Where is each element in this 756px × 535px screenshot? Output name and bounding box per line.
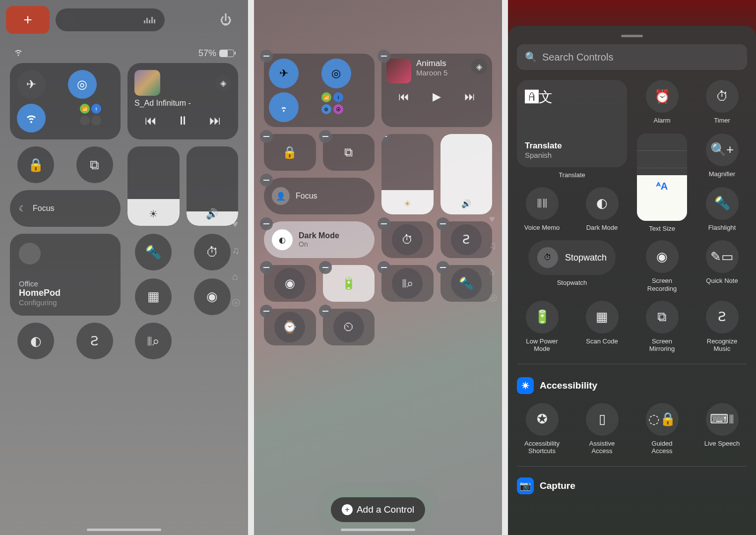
home-indicator[interactable] — [87, 529, 161, 531]
mirroring-icon: ⧉ — [646, 301, 679, 334]
quick-note-icon: ✎▭ — [706, 240, 739, 273]
forward-icon[interactable]: ⏭ — [464, 90, 475, 103]
text-size-control[interactable]: ᴬA — [637, 134, 687, 221]
island-artwork — [62, 12, 76, 27]
sound-recog-edit[interactable]: ⦀⌕ — [381, 265, 434, 302]
mirroring-edit[interactable]: ⧉ — [323, 134, 375, 171]
power-icon[interactable]: ⏻ — [220, 13, 232, 27]
flashlight-icon[interactable]: 🔦 — [135, 234, 172, 270]
media-tile[interactable]: ◈ S_Ad Infinitum - ⏮ ⏸ ⏭ — [127, 63, 238, 139]
low-power-edit[interactable]: 🔋 — [323, 265, 375, 302]
dark-mode-edit[interactable]: ◐ Dark Mode On — [264, 221, 375, 258]
translate-icon: 🅰︎文 — [525, 88, 619, 107]
timer-edit[interactable]: ⏱ — [381, 221, 434, 258]
qr-scan-icon[interactable]: ▦ — [135, 278, 172, 315]
screen-record-icon[interactable]: ◉ — [194, 278, 231, 315]
controls-sheet: 🔍 Search Controls 🅰︎文 Translate Spanish … — [508, 26, 756, 535]
brightness-slider[interactable]: ☀︎ — [127, 146, 180, 226]
home-indicator[interactable] — [341, 529, 415, 531]
screen-mirroring-icon[interactable]: ⧉ — [76, 146, 113, 183]
dark-mode-control[interactable]: ◐Dark Mode — [577, 187, 627, 233]
dark-mode-icon: ◐ — [586, 187, 619, 220]
rewind-icon[interactable]: ⏮ — [145, 114, 157, 128]
brightness-edit[interactable]: ☀︎ — [381, 134, 434, 214]
pause-icon[interactable]: ⏸ — [177, 114, 189, 128]
connectivity-edit-tile[interactable]: ✈︎ ◎ 📶ᚼ ⚙⦿ — [264, 54, 375, 127]
accessibility-shortcuts-control[interactable]: ✪Accessibility Shortcuts — [517, 403, 567, 455]
rewind-icon[interactable]: ⏮ — [398, 90, 409, 103]
radio-icon: ⦾ — [232, 297, 240, 309]
cellular-bluetooth-icons[interactable]: 📶 ᚼ — [80, 104, 101, 114]
guided-icon: ◌🔒 — [646, 403, 679, 436]
airplane-icon[interactable]: ✈︎ — [269, 59, 299, 88]
homepod-icon — [19, 243, 41, 265]
divider — [517, 466, 747, 467]
live-speech-control[interactable]: ⌨︎⦀Live Speech — [697, 403, 747, 455]
connectivity-tile[interactable]: ✈︎ ◎ 📶 ᚼ — [10, 63, 121, 139]
alarm-control[interactable]: ⏰Alarm — [637, 80, 687, 126]
dynamic-island[interactable] — [56, 8, 165, 31]
page-indicators[interactable]: ♥♫⌂⦾ — [489, 213, 497, 304]
orientation-lock-edit[interactable]: 🔒 — [264, 134, 316, 171]
airdrop-icon[interactable]: ◎ — [68, 70, 97, 99]
person-icon: 👤 — [272, 187, 290, 205]
low-power-control[interactable]: 🔋Low Power Mode — [517, 301, 567, 353]
shazam-icon[interactable]: Ƨ — [76, 323, 113, 359]
screen-recording-control[interactable]: ◉Screen Recording — [637, 240, 687, 292]
flashlight-control[interactable]: 🔦Flashlight — [697, 187, 747, 233]
add-button[interactable]: + — [6, 6, 50, 34]
wifi-icon[interactable] — [269, 92, 299, 122]
remove-icon[interactable] — [260, 50, 273, 63]
add-control-button[interactable]: + Add a Control — [331, 497, 425, 522]
airplay-icon[interactable]: ◈ — [471, 59, 487, 74]
stopwatch-control[interactable]: ⏱ Stopwatch — [528, 240, 616, 275]
orientation-lock-icon[interactable]: 🔒 — [17, 146, 54, 183]
timer-control[interactable]: ⏱Timer — [697, 80, 747, 126]
quick-note-control[interactable]: ✎▭Quick Note — [697, 240, 747, 292]
volume-slider[interactable]: 🔊 — [187, 146, 239, 226]
sheet-grabber[interactable] — [621, 35, 643, 37]
watch-edit[interactable]: ⌚ — [264, 309, 316, 345]
flashlight-edit[interactable]: 🔦 — [441, 265, 493, 302]
assistive-access-control[interactable]: ▯Assistive Access — [577, 403, 627, 455]
camera-section-icon: 📷 — [517, 477, 534, 494]
panel-controls-gallery: 🔍 Search Controls 🅰︎文 Translate Spanish … — [508, 0, 756, 535]
guided-access-control[interactable]: ◌🔒Guided Access — [637, 403, 687, 455]
page-indicators[interactable]: ♥ ♫ ⌂ ⦾ — [232, 218, 240, 309]
track-title: S_Ad Infinitum - — [134, 99, 231, 108]
magnifier-icon: 🔍+ — [706, 134, 739, 166]
search-input[interactable]: 🔍 Search Controls — [517, 44, 747, 70]
dark-mode-icon[interactable]: ◐ — [17, 323, 54, 359]
screen-mirroring-control[interactable]: ⧉Screen Mirroring — [637, 301, 687, 353]
airdrop-icon[interactable]: ◎ — [321, 59, 351, 88]
moon-icon: ☾ — [19, 204, 26, 213]
accessibility-section-icon: ✴︎ — [517, 377, 534, 394]
voice-memo-control[interactable]: ⦀⦀Voice Memo — [517, 187, 567, 233]
focus-edit[interactable]: 👤 Focus — [264, 178, 375, 214]
airplane-mode-icon[interactable]: ✈︎ — [17, 70, 46, 99]
capture-header: 📷 Capture — [517, 477, 747, 494]
play-icon[interactable]: ▶ — [433, 90, 441, 103]
alarm-edit[interactable]: ⏲ — [323, 309, 375, 345]
airplay-icon[interactable]: ◈ — [215, 75, 231, 91]
volume-edit[interactable]: 🔊 — [441, 134, 493, 214]
recognize-music-control[interactable]: ƧRecognize Music — [697, 301, 747, 353]
magnifier-control[interactable]: 🔍+Magnifier — [697, 134, 747, 179]
homepod-tile[interactable]: Office HomePod Configuring — [10, 234, 121, 316]
translate-card[interactable]: 🅰︎文 Translate Spanish — [517, 80, 627, 167]
dark-mode-icon: ◐ — [272, 229, 293, 250]
scan-code-control[interactable]: ▦Scan Code — [577, 301, 627, 353]
remove-icon[interactable] — [378, 50, 390, 63]
media-edit-tile[interactable]: Animals Maroon 5 ◈ ⏮ ▶ ⏭ — [381, 54, 492, 127]
focus-tile[interactable]: ☾ Focus — [10, 190, 121, 227]
wifi-status-icon — [14, 48, 23, 59]
wifi-icon[interactable] — [17, 104, 46, 133]
forward-icon[interactable]: ⏭ — [209, 114, 221, 128]
sound-recognition-icon[interactable]: ⦀⌕ — [135, 323, 172, 359]
record-edit[interactable]: ◉ — [264, 265, 316, 302]
timer-icon[interactable]: ⏱ — [194, 234, 231, 270]
accessibility-header: ✴︎ Accessibility — [517, 377, 747, 394]
heart-icon: ♥ — [489, 213, 497, 225]
shazam-edit[interactable]: Ƨ — [441, 221, 493, 258]
home-icon: ⌂ — [232, 271, 240, 282]
